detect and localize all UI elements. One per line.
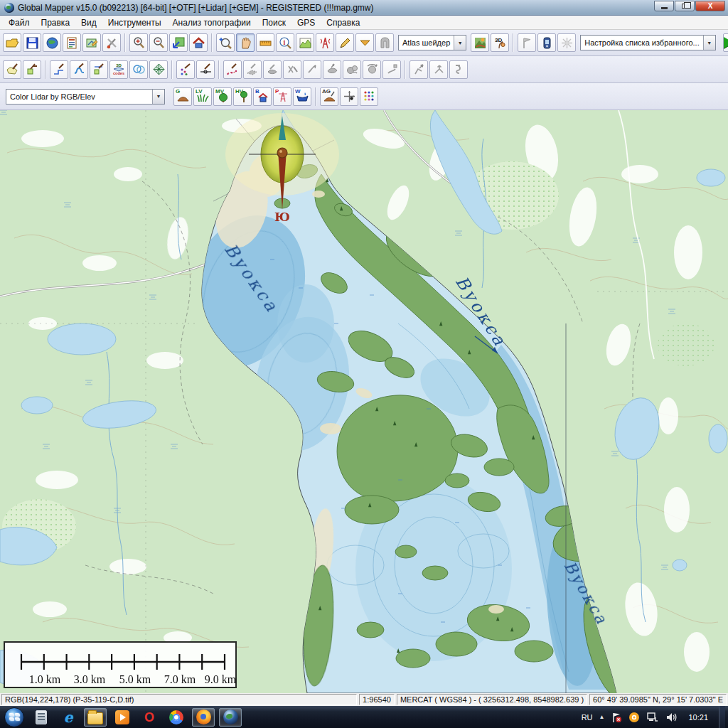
view-shed-button[interactable] <box>316 33 334 52</box>
lidar-powerline-button[interactable]: P <box>273 87 291 106</box>
lidar-auto-classify-button[interactable] <box>340 87 358 106</box>
cut-feature-button[interactable] <box>283 60 301 79</box>
create-spline-button[interactable] <box>223 60 242 79</box>
configure-button[interactable] <box>102 33 121 52</box>
create-point-at-line-button[interactable] <box>196 60 215 79</box>
menu-help[interactable]: Справка <box>321 16 365 29</box>
menu-file[interactable]: Файл <box>3 16 36 29</box>
create-area-button[interactable] <box>3 60 21 79</box>
taskbar-media-player[interactable] <box>111 708 134 727</box>
clock[interactable]: 10:21 <box>684 713 712 722</box>
dropdown-arrow-icon[interactable]: ▼ <box>454 36 466 50</box>
taskbar-internet-explorer[interactable]: e <box>57 708 80 727</box>
lidar-water-button[interactable]: W <box>293 87 311 106</box>
map-canvas[interactable]: Вуокса Вуокса Вуокса Ю <box>0 110 728 693</box>
action-center-flag-icon[interactable] <box>611 712 622 723</box>
flatten-terrain-button[interactable] <box>355 33 374 52</box>
dropdown-arrow-icon[interactable]: ▼ <box>703 36 715 50</box>
overlay-control-button[interactable] <box>63 33 81 52</box>
save-button[interactable] <box>23 33 41 52</box>
taskbar-chrome[interactable] <box>165 708 188 727</box>
track-tool-button[interactable] <box>557 33 576 52</box>
path-profile-button[interactable] <box>296 33 314 52</box>
antivirus-tray-icon[interactable] <box>628 712 640 723</box>
taskbar-file-explorer[interactable] <box>84 708 107 727</box>
hidden-icons-arrow[interactable]: ▲ <box>599 714 605 720</box>
menubar: Файл Правка Вид Инструменты Анализ топог… <box>0 16 728 30</box>
snap-vertex-button[interactable] <box>303 60 321 79</box>
edit-feature-button[interactable] <box>243 60 262 79</box>
show-desktop-button[interactable] <box>719 706 725 728</box>
taskbar-firefox[interactable] <box>192 708 215 727</box>
minimize-button[interactable] <box>654 1 674 11</box>
dropdown-arrow-icon[interactable]: ▼ <box>152 90 164 104</box>
language-indicator[interactable]: RU <box>582 713 593 722</box>
lidar-palette-button[interactable] <box>360 87 378 106</box>
create-rectangle-button[interactable] <box>23 60 41 79</box>
favorites-dropdown[interactable]: Настройка списка избранного... ▼ <box>580 35 715 50</box>
clamp-tool-button[interactable] <box>375 33 394 52</box>
zoom-in-button[interactable] <box>129 33 148 52</box>
create-range-rings-button[interactable] <box>129 60 148 79</box>
lidar-high-veg-button[interactable]: HV <box>233 87 252 106</box>
measure-tool-button[interactable] <box>256 33 274 52</box>
vertex-tool-button[interactable] <box>410 60 428 79</box>
menu-view[interactable]: Вид <box>75 16 102 29</box>
zoom-to-layer-button[interactable] <box>169 33 188 52</box>
shader-dropdown[interactable]: Atlas шейдер ▼ <box>398 35 466 50</box>
flag-tool-button[interactable] <box>518 33 536 52</box>
menu-search[interactable]: Поиск <box>257 16 291 29</box>
pan-tool-button[interactable] <box>236 33 255 52</box>
create-points-button[interactable] <box>176 60 195 79</box>
create-3d-area-button[interactable]: 3Dcodes <box>109 60 128 79</box>
lidar-low-veg-button[interactable]: LV <box>193 87 212 106</box>
move-feature-button[interactable] <box>382 60 401 79</box>
lidar-dropdown-value: Color Lidar by RGB/Elev <box>6 92 152 101</box>
run-favorite-button[interactable] <box>723 33 728 52</box>
lidar-ground-button[interactable]: G <box>173 87 192 106</box>
open-button[interactable] <box>3 33 21 52</box>
zoom-tool-button[interactable] <box>216 33 235 52</box>
undo-squiggle-icon <box>452 63 466 76</box>
digitizer-tool-button[interactable] <box>336 33 354 52</box>
network-tray-icon[interactable] <box>646 712 659 723</box>
menu-terrain-analysis[interactable]: Анализ топографии <box>167 16 257 29</box>
zoom-out-button[interactable] <box>149 33 168 52</box>
taskbar-utility-app[interactable] <box>30 708 53 727</box>
lidar-above-ground-button[interactable]: AG <box>320 87 338 106</box>
lidar-dropdown[interactable]: Color Lidar by RGB/Elev ▼ <box>6 89 165 105</box>
menu-gps[interactable]: GPS <box>291 16 321 29</box>
menu-tools[interactable]: Инструменты <box>102 16 167 29</box>
merge-features-button[interactable] <box>263 60 282 79</box>
online-data-button[interactable] <box>43 33 61 52</box>
shader-options-button[interactable] <box>471 33 489 52</box>
lidar-med-veg-button[interactable]: MV <box>213 87 232 106</box>
rotate-feature-button[interactable] <box>363 60 381 79</box>
scale-label-3km: 3.0 km <box>74 673 106 685</box>
toolbar-separator <box>124 33 126 52</box>
folder-icon <box>87 712 103 724</box>
menu-edit[interactable]: Правка <box>36 16 76 29</box>
create-line-button[interactable] <box>50 60 68 79</box>
volume-tray-icon[interactable] <box>665 712 678 723</box>
map-layout-button[interactable] <box>82 33 101 52</box>
full-view-button[interactable] <box>189 33 208 52</box>
gps-tool-button[interactable] <box>537 33 556 52</box>
restore-button[interactable] <box>675 1 695 11</box>
system-tray: RU ▲ 10:21 <box>582 706 728 728</box>
create-grid-button[interactable] <box>149 60 168 79</box>
create-box-line-button[interactable] <box>90 60 108 79</box>
combine-areas-button[interactable] <box>343 60 361 79</box>
taskbar-opera[interactable]: O <box>138 708 161 727</box>
feature-info-button[interactable]: i <box>276 33 294 52</box>
status-coordinates: 60° 49' 39.0985" N, 29° 15' 7.0303" E <box>589 694 727 705</box>
create-curve-button[interactable] <box>70 60 88 79</box>
view-3d-button[interactable]: 3D <box>491 33 509 52</box>
taskbar-global-mapper[interactable] <box>219 708 242 727</box>
lidar-building-button[interactable]: B <box>253 87 272 106</box>
start-button[interactable] <box>4 707 24 727</box>
corner-turn-button[interactable] <box>429 60 448 79</box>
close-button[interactable]: X <box>695 1 725 11</box>
undo-edit-button[interactable] <box>449 60 468 79</box>
reshape-area-button[interactable] <box>323 60 341 79</box>
